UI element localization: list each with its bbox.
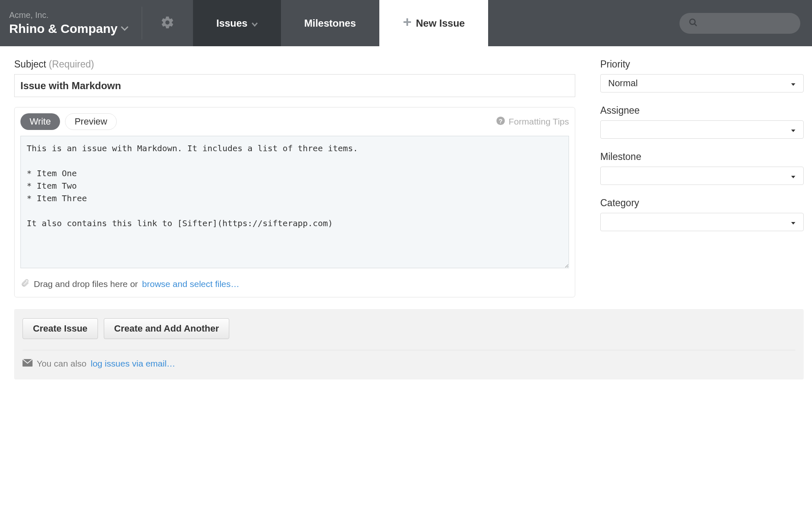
primary-nav: Issues Milestones New Issue	[193, 0, 488, 46]
caret-down-icon	[791, 170, 796, 181]
chevron-down-icon	[121, 25, 128, 32]
svg-line-1	[694, 23, 697, 26]
chevron-down-icon	[252, 17, 258, 29]
form-footer: Create Issue Create and Add Another You …	[14, 309, 804, 379]
search-input[interactable]	[679, 13, 800, 34]
caret-down-icon	[791, 124, 796, 135]
category-select[interactable]	[600, 213, 804, 231]
footer-divider	[23, 350, 795, 350]
mail-icon	[23, 359, 33, 369]
tab-label: Issues	[216, 17, 248, 29]
create-and-add-another-button[interactable]: Create and Add Another	[104, 318, 229, 339]
formatting-tips-label: Formatting Tips	[509, 117, 569, 127]
app-header: Acme, Inc. Rhino & Company Issues Milest…	[0, 0, 812, 46]
tab-label: Milestones	[304, 17, 356, 29]
subject-label: Subject (Required)	[14, 59, 575, 70]
priority-value: Normal	[608, 78, 638, 89]
subject-input[interactable]	[14, 74, 575, 97]
search-icon	[689, 18, 698, 29]
tab-label: New Issue	[416, 17, 465, 29]
gear-icon	[160, 15, 175, 31]
priority-select[interactable]: Normal	[600, 74, 804, 92]
paperclip-icon	[20, 278, 30, 289]
settings-button[interactable]	[142, 0, 193, 46]
attach-drop-text: Drag and drop files here or	[34, 279, 138, 289]
caret-down-icon	[791, 217, 796, 227]
attachment-row: Drag and drop files here or browse and s…	[20, 278, 569, 289]
tab-issues[interactable]: Issues	[193, 0, 281, 46]
assignee-label: Assignee	[600, 105, 804, 116]
log-via-email-link[interactable]: log issues via email…	[91, 359, 175, 369]
milestone-label: Milestone	[600, 151, 804, 162]
tab-milestones[interactable]: Milestones	[281, 0, 379, 46]
browse-files-link[interactable]: browse and select files…	[142, 279, 239, 289]
caret-down-icon	[791, 78, 796, 89]
milestone-select[interactable]	[600, 167, 804, 185]
formatting-tips-link[interactable]: ? Formatting Tips	[496, 116, 569, 127]
category-label: Category	[600, 197, 804, 209]
assignee-select[interactable]	[600, 120, 804, 139]
priority-label: Priority	[600, 59, 804, 70]
company-name: Acme, Inc.	[9, 10, 128, 20]
issue-body-textarea[interactable]	[20, 136, 569, 268]
editor-box: Write Preview ? Formatting Tips Drag and…	[14, 107, 575, 297]
tab-new-issue[interactable]: New Issue	[379, 0, 488, 46]
preview-tab[interactable]: Preview	[65, 113, 117, 130]
create-issue-button[interactable]: Create Issue	[23, 318, 98, 339]
project-name: Rhino & Company	[9, 22, 118, 36]
svg-point-0	[690, 19, 695, 24]
svg-text:?: ?	[499, 117, 503, 124]
help-icon: ?	[496, 116, 505, 127]
project-switcher[interactable]: Acme, Inc. Rhino & Company	[0, 0, 142, 46]
write-tab[interactable]: Write	[20, 113, 60, 130]
plus-icon	[403, 17, 412, 29]
email-hint-text: You can also	[37, 359, 87, 369]
